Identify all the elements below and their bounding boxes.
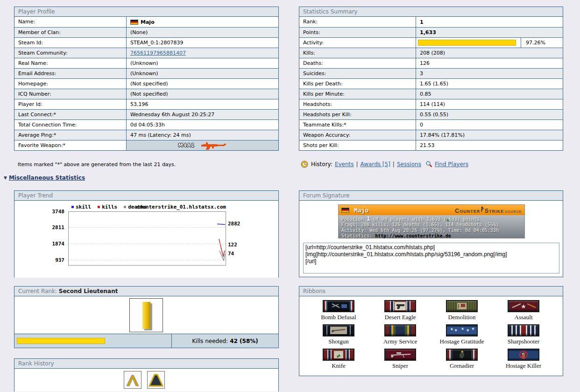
row-label: Last Connect:* xyxy=(14,110,127,119)
asterisk-note: Items marked "*" above are generated fro… xyxy=(18,161,176,168)
row-label: ICQ Number: xyxy=(14,89,127,99)
row-label: Headshots per Kill: xyxy=(299,110,416,119)
ribbon-hostage-killer: Hostage Killer xyxy=(493,349,554,370)
ribbon-label: Assault xyxy=(515,314,533,321)
events-link[interactable]: Events xyxy=(335,161,354,168)
profile-row-connection-time: Total Connection Time: 0d 04:05:33h xyxy=(14,119,278,130)
stats-row-suicides: Suicides: 3 xyxy=(299,68,563,78)
ribbon-label: Desert Eagle xyxy=(385,314,416,321)
profile-row-ping: Average Ping:* 47 ms (Latency: 24 ms) xyxy=(14,130,278,140)
ribbon-label: Hostage Killer xyxy=(506,362,541,370)
skill-end-value: 2882 xyxy=(228,221,240,227)
ribbon-knife: Knife xyxy=(308,349,369,370)
player-trend-header: Player Trend xyxy=(14,191,278,201)
sig-stats-label: Statistics: xyxy=(341,233,372,238)
row-value: 1 xyxy=(416,17,563,27)
ribbon-sharpshooter: Sharpshooter xyxy=(493,324,554,345)
row-value: 17.84% (17.81%) xyxy=(416,130,563,140)
row-label: Kills: xyxy=(299,48,416,58)
ribbon-shotgun: Shotgun xyxy=(308,324,369,345)
rank-progress-bar xyxy=(17,338,105,344)
row-label: Kills per Death: xyxy=(299,79,416,89)
row-value: 21.53 xyxy=(416,140,563,150)
private-rank-icon xyxy=(124,371,141,389)
row-value: (Not specified) xyxy=(127,79,278,89)
logo-source: SOURCE xyxy=(505,210,522,213)
signature-image: Majo Counter Strike SOURCE Position 1 xyxy=(338,204,525,238)
bbcode-textarea[interactable]: [url=http://counterstrike_01.hlstatsx.co… xyxy=(303,243,559,273)
row-label: Real Name: xyxy=(14,58,127,68)
gridline xyxy=(69,227,226,228)
ribbon-label: Grenadier xyxy=(450,362,474,370)
hostage-gratitude-ribbon-icon xyxy=(446,324,478,336)
forum-signature-header: Forum Signature xyxy=(299,191,563,201)
kills-needed: Kills needed: 42 (58%) xyxy=(172,334,278,348)
profile-row-homepage: Homepage: (Not specified) xyxy=(14,78,278,89)
germany-flag-icon xyxy=(341,208,349,213)
ribbon-desert-eagle: Desert Eagle xyxy=(369,300,431,321)
ribbons-grid: Bomb Defusal Desert Eagle Demolition xyxy=(299,296,563,370)
history-label: History: xyxy=(311,161,332,168)
player-trend-panel: Player Trend skill kills deaths counters… xyxy=(14,190,279,278)
row-label: Deaths: xyxy=(299,58,416,68)
rank-insignia-box xyxy=(129,298,163,332)
hostage-killer-ribbon-icon xyxy=(508,349,539,361)
profile-row-name: Name: Majo xyxy=(14,17,278,27)
separator: | xyxy=(393,161,395,168)
row-value: (Unknown) xyxy=(127,69,278,78)
row-value: 0.55 (0.55) xyxy=(416,110,563,119)
player-profile-panel: Player Profile Name: Majo Member of Clan… xyxy=(14,7,279,151)
ribbon-label: Knife xyxy=(332,362,346,370)
desert-eagle-ribbon-icon xyxy=(384,300,416,312)
legend-label: kills xyxy=(102,204,117,210)
row-label: Headshots: xyxy=(299,99,416,109)
sig-points-delta: 633) points xyxy=(449,217,480,222)
steam-community-link[interactable]: 76561197965881407 xyxy=(130,48,186,58)
row-value: 47 ms (Latency: 24 ms) xyxy=(127,130,278,140)
row-label: Steam Id: xyxy=(14,38,127,48)
sessions-link[interactable]: Sessions xyxy=(397,161,421,168)
row-label: Suicides: xyxy=(299,69,416,78)
counter-strike-logo: Counter Strike SOURCE xyxy=(455,206,522,214)
signature-stats-text: Position 1 of 90 players with 1,633 (▲63… xyxy=(339,215,524,238)
sig-frags-line: Frags: 208 kills, 126 deaths (1.65), 114… xyxy=(341,222,522,228)
m4a1-rifle-icon xyxy=(200,141,226,150)
ribbon-hostage-gratitude: Hostage Gratitude xyxy=(431,324,493,345)
profile-row-email: Email Address: (Unknown) xyxy=(14,68,278,78)
row-value: (None) xyxy=(127,28,278,37)
sig-line1-mid: of 90 players with 1,633 ( xyxy=(373,217,446,222)
logo-counter: Counter xyxy=(455,207,480,214)
row-label: Kills per Minute: xyxy=(299,89,416,99)
ribbon-grenadier: Grenadier xyxy=(431,349,493,370)
private-first-class-rank-icon xyxy=(147,371,165,389)
statistics-summary-panel: Statistics Summary Rank: 1 Points: 1,633… xyxy=(299,7,563,151)
ribbon-label: Shotgun xyxy=(328,338,348,345)
row-label: Player Id: xyxy=(14,99,127,109)
row-value: 0d 04:05:33h xyxy=(127,120,278,130)
row-value: 0.85 xyxy=(416,89,563,99)
row-value: 208 (208) xyxy=(416,48,563,58)
sig-stats-url: http://www.counterstrike.de xyxy=(375,233,451,238)
row-label: Homepage: xyxy=(14,79,127,89)
ribbon-assault: Assault xyxy=(493,300,554,321)
player-name: Majo xyxy=(141,17,155,27)
chart-watermark: counterstrike_01.hlstatsx.com xyxy=(136,204,226,210)
stats-row-points: Points: 1,633 xyxy=(299,27,563,37)
find-players-link[interactable]: Find Players xyxy=(435,161,468,168)
stats-row-kpd: Kills per Death: 1.65 (1.65) xyxy=(299,78,563,89)
stats-row-rank: Rank: 1 xyxy=(299,17,563,27)
plot-area xyxy=(68,211,226,266)
row-label: Name: xyxy=(14,17,127,27)
forum-signature-panel: Forum Signature Majo Counter Strike SOUR… xyxy=(299,190,563,277)
miscellaneous-statistics: ▼ Miscellaneous Statistics xyxy=(4,175,85,181)
profile-row-last-connect: Last Connect:* Wednesday 6th August 20:2… xyxy=(14,109,278,119)
y-tick: 3748 xyxy=(39,209,64,215)
activity-percent: 97.26% xyxy=(521,38,563,48)
stats-row-headshots: Headshots: 114 (114) xyxy=(299,99,563,109)
miscellaneous-statistics-link[interactable]: Miscellaneous Statistics xyxy=(9,175,85,181)
profile-row-steam-community: Steam Community: 76561197965881407 xyxy=(14,48,278,58)
ribbon-bomb-defusal: Bomb Defusal xyxy=(308,300,369,321)
awards-link[interactable]: Awards [5] xyxy=(361,161,390,168)
statistics-summary-header: Statistics Summary xyxy=(299,7,563,17)
kills-end-value: 122 xyxy=(228,242,237,248)
